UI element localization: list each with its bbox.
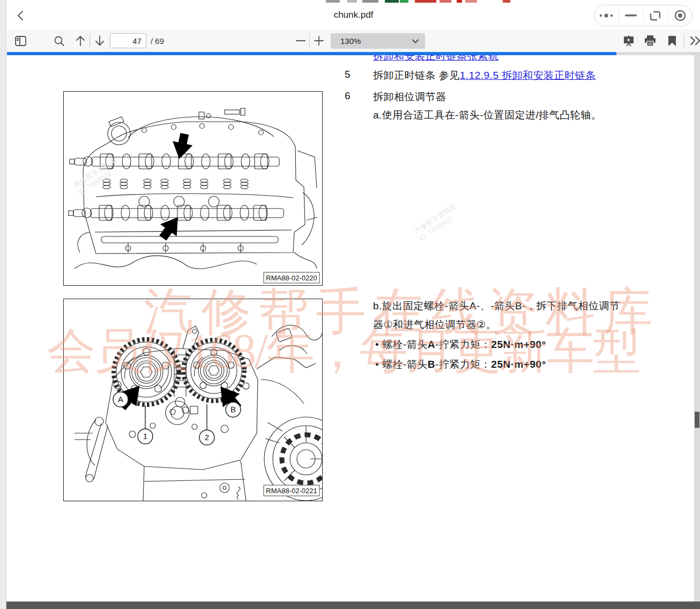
next-page-button[interactable] xyxy=(91,29,109,52)
figure-engine-camshafts: 汽修帮手资料库 ID: 7496002 RMA88-02-0220 xyxy=(63,91,323,286)
arrow-up-icon xyxy=(75,35,86,47)
zoom-out-button[interactable] xyxy=(292,29,309,52)
print-icon xyxy=(644,35,656,47)
list-item-6-number: 6 xyxy=(345,90,351,102)
svg-text:RMA88-02-0221: RMA88-02-0221 xyxy=(266,487,317,495)
torque-bullet-b: • 螺栓-箭头B-拧紧力矩：25N·m+90° xyxy=(375,358,546,372)
page-total-label: / 69 xyxy=(151,29,164,52)
more-tools-icon xyxy=(689,36,700,46)
more-tools-button[interactable] xyxy=(686,29,700,52)
torque-bullet-a: • 螺栓-箭头A-拧紧力矩：25N·m+90° xyxy=(375,338,546,352)
background-fragment xyxy=(440,0,451,3)
zoom-level-value: 130% xyxy=(340,36,361,46)
timing-chain-section-link[interactable]: 1.12.9.5 拆卸和安装正时链条 xyxy=(460,70,596,81)
background-fragment xyxy=(385,0,399,3)
pdf-toolbar: / 69 130% xyxy=(7,29,700,52)
bullet-dot: • xyxy=(375,339,379,350)
loading-progress-track xyxy=(7,52,700,55)
presentation-icon xyxy=(623,35,635,47)
print-button[interactable] xyxy=(640,29,660,52)
sidebar-toggle-button[interactable] xyxy=(11,29,29,52)
toolbar-divider xyxy=(684,34,684,48)
figure2-label: RMA88-02-0221 xyxy=(264,485,319,496)
figure1-id-watermark: 汽修帮手资料库 ID: 7496002 xyxy=(72,156,122,197)
titlebar: chunk.pdf xyxy=(7,0,700,29)
ellipsis-icon xyxy=(598,13,614,18)
arrow-lower-camshaft xyxy=(154,211,186,244)
bullet-a-letter: A xyxy=(428,339,435,350)
step-b-line2: 器①和进气相位调节器②。 xyxy=(373,318,496,332)
bullet-a-pre: 螺栓-箭头 xyxy=(382,339,428,350)
bullet-b-mid: -拧紧力矩： xyxy=(435,359,491,370)
callout-2: 2 xyxy=(205,433,209,442)
page-number-input[interactable] xyxy=(110,33,146,48)
svg-text:RMA88-02-0220: RMA88-02-0220 xyxy=(266,274,317,282)
figure1-label: RMA88-02-0220 xyxy=(264,272,319,283)
background-fragment xyxy=(326,0,340,3)
background-fragment xyxy=(400,0,408,3)
search-icon xyxy=(54,35,65,47)
more-options-button[interactable] xyxy=(594,5,619,26)
callout-1: 1 xyxy=(143,432,147,441)
background-fragment xyxy=(457,0,462,3)
background-fragment xyxy=(503,0,510,3)
step-a-text: a.使用合适工具在-箭头-位置固定进/排气凸轮轴。 xyxy=(373,108,601,122)
loading-progress-bar xyxy=(7,52,616,55)
zoom-in-button[interactable] xyxy=(310,29,327,52)
scrollbar-thumb[interactable] xyxy=(695,412,699,428)
sidebar-toggle-icon xyxy=(15,36,26,46)
bullet-dot: • xyxy=(375,359,379,370)
bookmark-button[interactable] xyxy=(662,29,682,52)
page-id-watermark: 汽修帮手资料库 ID: 7496002 xyxy=(413,202,463,243)
search-button[interactable] xyxy=(50,29,68,52)
window-controls xyxy=(594,5,692,26)
pdf-page: 拆卸和安装正时链条张紧轨 5 拆卸正时链条 参见1.12.9.5 拆卸和安装正时… xyxy=(7,55,694,601)
bullet-a-mid: -拧紧力矩： xyxy=(435,339,491,350)
previous-page-button[interactable] xyxy=(71,29,90,52)
record-button[interactable] xyxy=(668,5,692,26)
list-item-5: 拆卸正时链条 参见1.12.9.5 拆卸和安装正时链条 xyxy=(373,69,596,83)
bullet-a-torque: 25N·m+90° xyxy=(491,339,546,350)
cam-phaser-diagram: A B 1 2 RMA88-02-0221 xyxy=(64,299,322,501)
toolbar-divider xyxy=(309,34,310,48)
present-button[interactable] xyxy=(619,29,639,52)
minimize-button[interactable] xyxy=(619,5,643,26)
arrow-down-icon xyxy=(94,35,105,47)
restore-button[interactable] xyxy=(644,5,668,26)
arrow-upper-camshaft xyxy=(169,132,195,161)
zoom-out-icon xyxy=(296,36,306,46)
record-icon xyxy=(674,9,687,22)
list-item-5-text: 拆卸正时链条 参见 xyxy=(373,70,460,81)
desktop-edge-strip xyxy=(0,0,6,609)
background-fragment xyxy=(415,0,436,3)
bullet-b-pre: 螺栓-箭头 xyxy=(382,359,428,370)
toolbar-divider xyxy=(90,34,90,48)
vertical-scrollbar[interactable] xyxy=(694,55,700,601)
pdf-viewer-window: 拆卸和安装正时链条张紧轨 5 拆卸正时链条 参见1.12.9.5 拆卸和安装正时… xyxy=(0,0,700,609)
step-b-line1: b.旋出固定螺栓-箭头A-、-箭头B-，拆下排气相位调节 xyxy=(373,299,620,313)
list-item-6-text: 拆卸相位调节器 xyxy=(373,90,446,104)
list-item-5-number: 5 xyxy=(345,69,351,80)
figure-cam-phasers: A B 1 2 RMA88-02-0221 xyxy=(63,299,323,501)
engine-camshaft-diagram: 汽修帮手资料库 ID: 7496002 RMA88-02-0220 xyxy=(64,92,322,285)
zoom-level-select[interactable]: 130% xyxy=(331,33,425,49)
minimize-icon xyxy=(625,14,637,17)
bookmark-icon xyxy=(668,35,676,47)
restore-icon xyxy=(649,10,661,22)
background-fragment xyxy=(465,0,477,3)
bottom-window-edge xyxy=(0,601,700,609)
bullet-b-letter: B xyxy=(428,359,435,370)
zoom-in-icon xyxy=(314,36,324,46)
callout-A: A xyxy=(118,395,123,404)
callout-B: B xyxy=(230,405,236,414)
background-fragment xyxy=(347,0,357,3)
background-fragment xyxy=(362,0,378,3)
bullet-b-torque: 25N·m+90° xyxy=(491,359,546,370)
chevron-down-icon xyxy=(412,39,419,43)
